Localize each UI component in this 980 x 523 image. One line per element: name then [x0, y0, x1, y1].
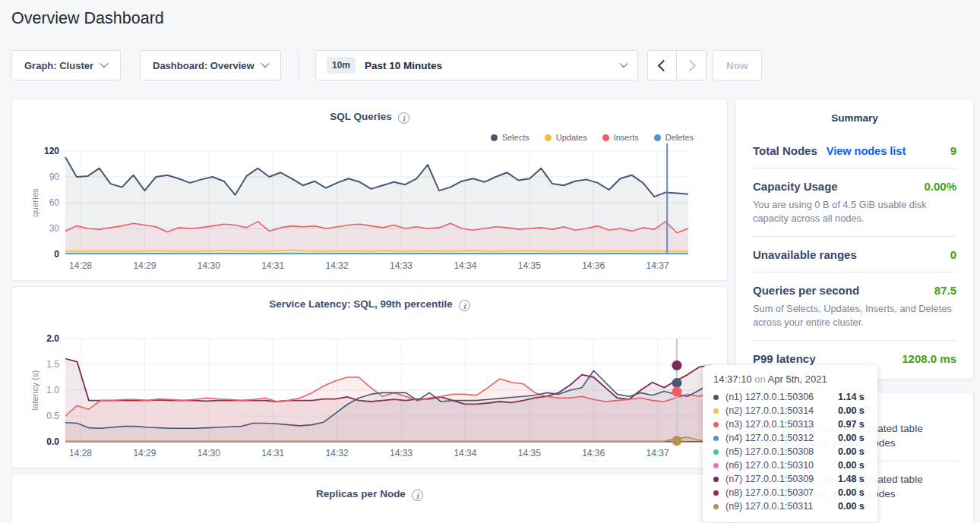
- x-axis-tick: 14:31: [261, 448, 284, 458]
- now-button[interactable]: Now: [713, 50, 762, 80]
- x-axis-tick: 14:29: [133, 260, 156, 271]
- y-axis-tick: 0: [24, 249, 59, 260]
- node-color-dot-icon: [713, 449, 719, 455]
- tooltip-row: (n3) 127.0.0.1:503130.97 s: [713, 417, 867, 431]
- y-axis-tick: 1.0: [24, 385, 59, 395]
- y-axis-tick: 1.5: [24, 359, 59, 370]
- tooltip-row: (n5) 127.0.0.1:503080.00 s: [713, 445, 867, 458]
- service-latency-plot[interactable]: 0.00.51.01.52.014:2814:2914:3014:3114:32…: [12, 287, 727, 468]
- graph-dropdown[interactable]: Graph: Cluster: [11, 50, 121, 80]
- chart-hover-tooltip: 14:37:10 on Apr 5th, 2021 (n1) 127.0.0.1…: [703, 365, 877, 522]
- sql-queries-card: SQL Queriesi SelectsUpdatesInsertsDelete…: [11, 99, 728, 281]
- tooltip-row: (n8) 127.0.0.1:503070.00 s: [713, 486, 867, 499]
- y-axis-label: latency (s): [30, 370, 40, 410]
- x-axis-tick: 14:28: [69, 260, 92, 271]
- y-axis-tick: 30: [24, 223, 59, 234]
- summary-value: 0: [950, 248, 956, 261]
- summary-value: 1208.0 ms: [902, 352, 956, 365]
- page-title: Overview Dashboard: [11, 9, 164, 28]
- x-axis-tick: 14:35: [518, 448, 541, 458]
- info-icon[interactable]: i: [412, 490, 423, 501]
- time-nav-group: [647, 50, 707, 80]
- x-axis-tick: 14:36: [582, 448, 605, 458]
- graph-dropdown-label: Graph: Cluster: [24, 60, 93, 71]
- summary-label: Queries per second: [753, 284, 859, 297]
- chevron-right-icon: [684, 59, 696, 71]
- tooltip-node-name: (n7) 127.0.0.1:50309: [726, 474, 838, 484]
- tooltip-node-value: 1.48 s: [838, 474, 865, 484]
- dashboard-dropdown-label: Dashboard: Overview: [153, 60, 254, 71]
- summary-label: Total Nodes: [753, 144, 817, 157]
- node-color-dot-icon: [713, 463, 719, 468]
- node-color-dot-icon: [713, 436, 719, 441]
- summary-label: Capacity Usage: [753, 180, 838, 193]
- x-axis-tick: 14:34: [454, 260, 476, 271]
- x-axis-tick: 14:30: [198, 448, 220, 458]
- summary-title: Summary: [736, 112, 973, 124]
- x-axis-tick: 14:36: [582, 260, 605, 271]
- x-axis-tick: 14:28: [69, 448, 92, 458]
- y-axis-tick: 120: [24, 146, 59, 156]
- tooltip-node-name: (n6) 127.0.0.1:50310: [726, 460, 838, 471]
- node-color-dot-icon: [713, 408, 719, 414]
- service-latency-card: Service Latency: SQL, 99th percentilei 0…: [11, 286, 728, 468]
- time-range-badge: 10m: [327, 57, 356, 74]
- node-color-dot-icon: [713, 395, 719, 400]
- tooltip-node-value: 0.00 s: [838, 433, 865, 443]
- y-axis-tick: 90: [24, 172, 59, 182]
- x-axis-tick: 14:37: [646, 448, 669, 458]
- service-latency-svg: [12, 287, 729, 469]
- x-axis-tick: 14:32: [326, 448, 349, 458]
- sql-queries-plot[interactable]: 030609012014:2814:2914:3014:3114:3214:33…: [12, 99, 727, 280]
- node-color-dot-icon: [713, 422, 719, 427]
- tooltip-node-name: (n2) 127.0.0.1:50314: [726, 405, 838, 416]
- summary-label: Unavailable ranges: [753, 248, 857, 261]
- time-prev-button[interactable]: [647, 50, 677, 80]
- y-axis-tick: 60: [24, 197, 59, 208]
- summary-description: You are using 0 B of 4.5 GiB usable disk…: [753, 198, 956, 225]
- node-color-dot-icon: [713, 490, 719, 496]
- time-next-button[interactable]: [677, 50, 707, 80]
- summary-value: 0.00%: [924, 180, 956, 193]
- dashboard-dropdown[interactable]: Dashboard: Overview: [140, 50, 281, 80]
- x-axis-tick: 14:32: [326, 260, 349, 271]
- view-nodes-list-link[interactable]: View nodes list: [827, 145, 906, 157]
- chevron-down-icon: [100, 58, 108, 67]
- tooltip-node-name: (n4) 127.0.0.1:50312: [726, 433, 838, 443]
- node-color-dot-icon: [713, 477, 719, 482]
- time-range-dropdown[interactable]: 10m Past 10 Minutes: [315, 50, 638, 80]
- x-axis-tick: 14:29: [133, 448, 156, 458]
- tooltip-node-value: 0.00 s: [838, 487, 865, 498]
- tooltip-row: (n6) 127.0.0.1:503100.00 s: [713, 458, 867, 472]
- y-axis-tick: 2.0: [24, 333, 59, 344]
- summary-description: Sum of Selects, Updates, Inserts, and De…: [753, 302, 956, 329]
- chevron-down-icon: [619, 58, 628, 67]
- tooltip-node-name: (n9) 127.0.0.1:50311: [726, 501, 838, 512]
- tooltip-node-name: (n5) 127.0.0.1:50308: [726, 446, 838, 457]
- tooltip-node-name: (n1) 127.0.0.1:50306: [726, 392, 838, 402]
- chevron-down-icon: [261, 58, 269, 67]
- tooltip-row: (n9) 127.0.0.1:503110.00 s: [713, 499, 867, 513]
- sql-queries-svg: [12, 99, 729, 282]
- x-axis-tick: 14:33: [390, 260, 413, 271]
- tooltip-node-value: 1.14 s: [838, 392, 865, 402]
- tooltip-node-name: (n3) 127.0.0.1:50313: [726, 419, 838, 430]
- y-axis-label: queries: [30, 188, 40, 217]
- tooltip-row: (n7) 127.0.0.1:503091.48 s: [713, 472, 867, 486]
- summary-row-2: Unavailable ranges0: [753, 237, 956, 273]
- y-axis-tick: 0.0: [24, 436, 59, 447]
- x-axis-tick: 14:30: [198, 260, 220, 271]
- summary-row-3: Queries per second87.5Sum of Selects, Up…: [753, 273, 956, 341]
- tooltip-node-value: 0.97 s: [838, 419, 865, 430]
- x-axis-tick: 14:35: [518, 260, 541, 271]
- replicas-per-node-card: Replicas per Nodei: [11, 474, 728, 523]
- tooltip-row: (n2) 127.0.0.1:503140.00 s: [713, 404, 867, 417]
- tooltip-timestamp: 14:37:10 on Apr 5th, 2021: [713, 373, 867, 385]
- summary-label: P99 latency: [753, 352, 816, 365]
- tooltip-row: (n4) 127.0.0.1:503120.00 s: [713, 431, 867, 445]
- y-axis-tick: 0.5: [24, 411, 59, 421]
- replicas-per-node-title: Replicas per Node: [316, 488, 406, 499]
- summary-panel: Summary Total NodesView nodes list9Capac…: [735, 99, 974, 380]
- summary-value: 87.5: [934, 284, 956, 297]
- time-range-label: Past 10 Minutes: [365, 60, 612, 71]
